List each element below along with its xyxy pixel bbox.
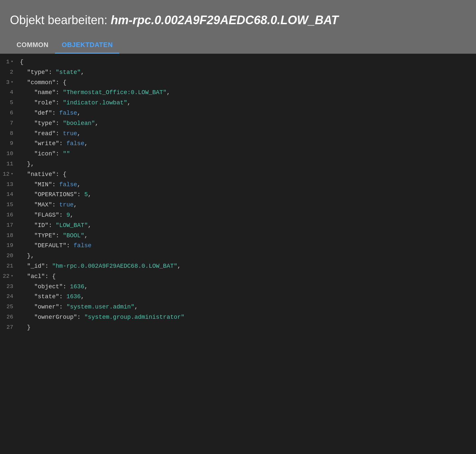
code-line: 14 "OPERATIONS": 5, [0, 190, 476, 200]
fold-arrow[interactable]: ▾ [11, 171, 13, 177]
code-line: 26 "ownerGroup": "system.group.administr… [0, 312, 476, 322]
code-line: 13 "MIN": false, [0, 180, 476, 190]
page-title: Objekt bearbeiten: hm-rpc.0.002A9F29AEDC… [10, 7, 466, 37]
code-line: 19 "DEFAULT": false [0, 241, 476, 251]
tab-bar: COMMON OBJEKTDATEN [10, 37, 466, 54]
code-editor: 1▾ { 2 "type": "state", 3▾ "common": { 4… [0, 54, 476, 336]
code-line: 5 "role": "indicator.lowbat", [0, 98, 476, 108]
code-line: 1▾ { [0, 57, 476, 67]
code-line: 18 "TYPE": "BOOL", [0, 231, 476, 241]
code-line: 9 "write": false, [0, 139, 476, 149]
code-line: 2 "type": "state", [0, 67, 476, 78]
fold-arrow[interactable]: ▾ [11, 79, 13, 85]
code-line: 16 "FLAGS": 9, [0, 210, 476, 220]
tab-objektdaten[interactable]: OBJEKTDATEN [55, 37, 119, 54]
header: Objekt bearbeiten: hm-rpc.0.002A9F29AEDC… [0, 0, 476, 54]
fold-arrow[interactable]: ▾ [11, 59, 13, 65]
tab-common[interactable]: COMMON [10, 37, 55, 54]
code-line: 6 "def": false, [0, 108, 476, 118]
code-line: 8 "read": true, [0, 129, 476, 139]
code-line: 7 "type": "boolean", [0, 118, 476, 129]
code-line: 25 "owner": "system.user.admin", [0, 302, 476, 312]
code-line: 15 "MAX": true, [0, 200, 476, 210]
code-line: 10 "icon": "" [0, 149, 476, 159]
code-line: 20 }, [0, 251, 476, 261]
code-line: 11 }, [0, 159, 476, 169]
code-line: 24 "state": 1636, [0, 292, 476, 302]
code-line: 12▾ "native": { [0, 169, 476, 180]
code-line: 4 "name": "Thermostat_Office:0.LOW_BAT", [0, 87, 476, 98]
code-line: 22▾ "acl": { [0, 271, 476, 282]
fold-arrow[interactable]: ▾ [11, 273, 13, 279]
code-line: 17 "ID": "LOW_BAT", [0, 220, 476, 231]
code-line: 23 "object": 1636, [0, 282, 476, 292]
code-line: 3▾ "common": { [0, 78, 476, 88]
code-line: 21 "_id": "hm-rpc.0.002A9F29AEDC68.0.LOW… [0, 261, 476, 271]
code-line: 27 } [0, 322, 476, 333]
